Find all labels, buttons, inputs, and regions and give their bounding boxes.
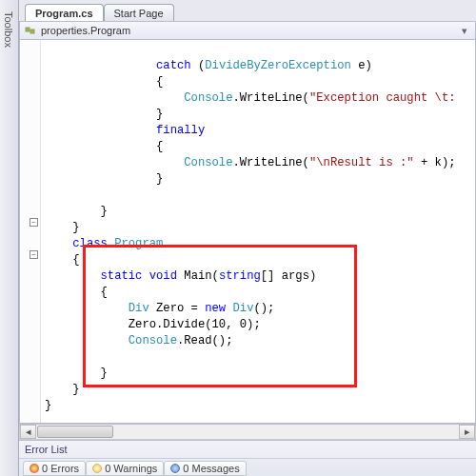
outline-toggle[interactable]: − — [30, 218, 38, 227]
error-list-title[interactable]: Error List — [19, 441, 476, 459]
toolbox-panel[interactable]: Toolbox — [0, 0, 19, 476]
warning-icon — [92, 464, 102, 473]
outline-toggle[interactable]: − — [30, 250, 38, 259]
warnings-filter[interactable]: 0 Warnings — [86, 461, 164, 476]
main-area: Program.cs Start Page properties.Program… — [19, 0, 476, 476]
class-icon — [24, 24, 37, 37]
error-filter-tabs: 0 Errors 0 Warnings 0 Messages — [19, 459, 476, 476]
errors-filter[interactable]: 0 Errors — [23, 461, 86, 476]
svg-rect-0 — [26, 28, 30, 31]
scroll-right-button[interactable]: ▸ — [459, 425, 475, 439]
code-content: catch (DivideByZeroException e) { Consol… — [41, 40, 475, 424]
editor-gutter: − − — [20, 40, 41, 423]
horizontal-scrollbar[interactable]: ◂ ▸ — [19, 424, 476, 440]
scroll-thumb[interactable] — [37, 426, 113, 438]
toolbox-label: Toolbox — [0, 0, 14, 48]
tab-start-page[interactable]: Start Page — [104, 4, 174, 21]
code-editor[interactable]: − − catch (DivideByZeroException e) { Co… — [19, 40, 476, 424]
message-icon — [170, 464, 180, 473]
error-list-panel: Error List 0 Errors 0 Warnings 0 Message… — [19, 440, 476, 476]
navigation-bar: properties.Program ▾ — [19, 21, 476, 40]
error-icon — [30, 464, 39, 473]
tab-program-cs[interactable]: Program.cs — [25, 4, 104, 21]
messages-filter[interactable]: 0 Messages — [164, 461, 246, 476]
svg-rect-1 — [30, 30, 34, 33]
document-tabs: Program.cs Start Page — [19, 0, 476, 21]
chevron-down-icon[interactable]: ▾ — [462, 25, 471, 37]
scope-dropdown[interactable]: properties.Program — [41, 25, 130, 36]
scroll-left-button[interactable]: ◂ — [20, 425, 36, 439]
